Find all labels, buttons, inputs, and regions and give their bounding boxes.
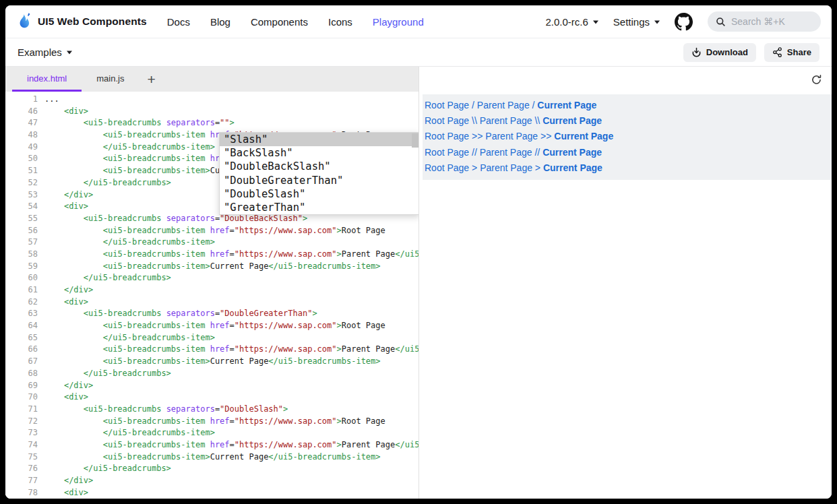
code-line[interactable]: 62 <div> [5, 296, 418, 309]
code-line[interactable]: 72 <ui5-breadcrumbs-item href="https://w… [5, 416, 418, 428]
breadcrumb-row: Root Page // Parent Page // Current Page [425, 145, 832, 160]
autocomplete-option[interactable]: "DoubleSlash" [220, 187, 418, 201]
code-line[interactable]: 61 </div> [5, 284, 418, 296]
code-token: <ui5-breadcrumbs-item [103, 416, 206, 426]
code-line[interactable]: 78 <div> [5, 487, 418, 499]
tab-main-js[interactable]: main.js [82, 67, 139, 92]
autocomplete-option[interactable]: "DoubleGreaterThan" [220, 174, 418, 187]
code-line[interactable]: 68 </ui5-breadcrumbs> [5, 368, 418, 380]
nav-link-blog[interactable]: Blog [210, 16, 230, 28]
autocomplete-option[interactable]: "DoubleBackSlash" [220, 160, 418, 173]
code-line[interactable]: 73 </ui5-breadcrumbs-item> [5, 427, 418, 439]
line-number: 65 [5, 332, 38, 344]
code-line[interactable]: 60 </ui5-breadcrumbs> [5, 272, 418, 284]
breadcrumb-link[interactable]: Parent Page [480, 115, 532, 126]
code-token: "https://www.sap.com" [235, 344, 337, 354]
code-line[interactable]: 46 <div> [5, 106, 418, 118]
code-line-text: </ui5-breadcrumbs-item> [44, 141, 215, 154]
code-line[interactable]: 74 <ui5-breadcrumbs-item href="https://w… [5, 439, 418, 451]
breadcrumb-row: Root Page \\ Parent Page \\ Current Page [425, 113, 832, 129]
breadcrumb-current-page[interactable]: Current Page [542, 115, 602, 126]
share-label: Share [787, 47, 811, 57]
code-token: = [230, 249, 235, 259]
line-number: 49 [5, 141, 38, 154]
code-token [44, 440, 103, 449]
code-token [44, 261, 103, 271]
breadcrumb-link[interactable]: Parent Page [477, 100, 530, 111]
breadcrumb-link[interactable]: Root Page [425, 162, 469, 173]
breadcrumb-row: Root Page > Parent Page > Current Page [425, 160, 832, 176]
settings-dropdown[interactable]: Settings [613, 16, 660, 28]
code-token [44, 452, 103, 462]
brand-title[interactable]: UI5 Web Components [38, 15, 147, 28]
line-number: 69 [5, 380, 38, 392]
line-number: 60 [5, 272, 38, 284]
breadcrumb-separator: / [530, 100, 538, 111]
nav-link-icons[interactable]: Icons [328, 16, 352, 28]
share-button[interactable]: Share [764, 43, 819, 62]
code-token: "https://www.sap.com" [235, 440, 337, 449]
refresh-icon[interactable] [811, 74, 822, 86]
autocomplete-option[interactable]: "GreaterThan" [220, 201, 418, 214]
breadcrumb-link[interactable]: Root Page [425, 100, 469, 111]
breadcrumb-link[interactable]: Root Page [425, 147, 469, 158]
code-line[interactable]: 67 <ui5-breadcrumbs-item>Current Page</u… [5, 356, 418, 368]
download-button[interactable]: Download [683, 43, 756, 62]
tab-index-html[interactable]: index.html [12, 67, 82, 92]
code-line-text: ... [44, 94, 59, 106]
code-line[interactable]: 65 </ui5-breadcrumbs-item> [5, 332, 418, 344]
line-number: 50 [5, 153, 38, 165]
nav-link-docs[interactable]: Docs [167, 16, 190, 28]
new-tab-button[interactable]: + [140, 67, 162, 92]
preview-canvas: Root Page / Parent Page / Current PageRo… [423, 94, 832, 180]
search-input[interactable]: Search ⌘+K [708, 11, 821, 32]
code-line-text: <ui5-breadcrumbs-item href="https://www.… [44, 320, 385, 332]
code-token: <ui5-breadcrumbs [84, 214, 162, 223]
nav-link-playground[interactable]: Playground [373, 16, 424, 28]
ui5-flame-logo-icon[interactable] [16, 12, 32, 31]
code-line-text: </ui5-breadcrumbs> [44, 463, 171, 475]
github-icon[interactable] [675, 13, 693, 31]
code-line[interactable]: 69 </div> [5, 380, 418, 392]
code-line[interactable]: 70 <div> [5, 391, 418, 404]
code-line[interactable]: 77 </div> [5, 475, 418, 487]
code-token [44, 178, 84, 187]
code-token [205, 344, 210, 354]
code-token [44, 190, 64, 199]
autocomplete-option[interactable]: "Slash" [220, 133, 418, 146]
examples-dropdown[interactable]: Examples [18, 46, 72, 58]
breadcrumb-current-page[interactable]: Current Page [542, 147, 602, 158]
code-token: > [312, 309, 317, 318]
code-token [44, 464, 84, 473]
autocomplete-scrollbar-thumb[interactable] [412, 133, 418, 148]
breadcrumb-link[interactable]: Parent Page [485, 131, 538, 141]
code-line[interactable]: 75 <ui5-breadcrumbs-item>Current Page</u… [5, 451, 418, 464]
code-token [44, 321, 103, 330]
breadcrumb-current-page[interactable]: Current Page [537, 100, 596, 111]
code-line[interactable]: 63 <ui5-breadcrumbs separators="DoubleGr… [5, 308, 418, 320]
breadcrumb-link[interactable]: Parent Page [480, 147, 532, 158]
line-number: 58 [5, 249, 38, 261]
nav-link-components[interactable]: Components [251, 16, 308, 28]
breadcrumb-link[interactable]: Root Page [425, 115, 469, 126]
code-line[interactable]: 66 <ui5-breadcrumbs-item href="https://w… [5, 344, 418, 356]
code-line-text: <ui5-breadcrumbs-item href="https://www.… [44, 439, 418, 451]
version-dropdown[interactable]: 2.0.0-rc.6 [545, 16, 598, 28]
code-line-text: </ui5-breadcrumbs> [44, 177, 171, 189]
code-line[interactable]: 58 <ui5-breadcrumbs-item href="https://w… [5, 249, 418, 261]
breadcrumb-link[interactable]: Root Page [425, 131, 469, 141]
code-line[interactable]: 71 <ui5-breadcrumbs separators="DoubleSl… [5, 404, 418, 416]
code-line[interactable]: 64 <ui5-breadcrumbs-item href="https://w… [5, 320, 418, 332]
code-line[interactable]: 59 <ui5-breadcrumbs-item>Current Page</u… [5, 261, 418, 273]
breadcrumb-current-page[interactable]: Current Page [543, 162, 602, 173]
autocomplete-option[interactable]: "BackSlash" [220, 146, 418, 160]
breadcrumb-link[interactable]: Parent Page [480, 162, 532, 173]
code-line[interactable]: 57 </ui5-breadcrumbs-item> [5, 237, 418, 249]
code-line[interactable]: 76 </ui5-breadcrumbs> [5, 463, 418, 475]
code-token [44, 214, 84, 223]
code-line[interactable]: 1... [5, 94, 418, 106]
code-area[interactable]: 1...46 <div>47 <ui5-breadcrumbs separato… [5, 92, 418, 499]
code-line[interactable]: 47 <ui5-breadcrumbs separators=""> [5, 117, 418, 129]
code-line[interactable]: 56 <ui5-breadcrumbs-item href="https://w… [5, 225, 418, 237]
breadcrumb-current-page[interactable]: Current Page [554, 131, 613, 141]
